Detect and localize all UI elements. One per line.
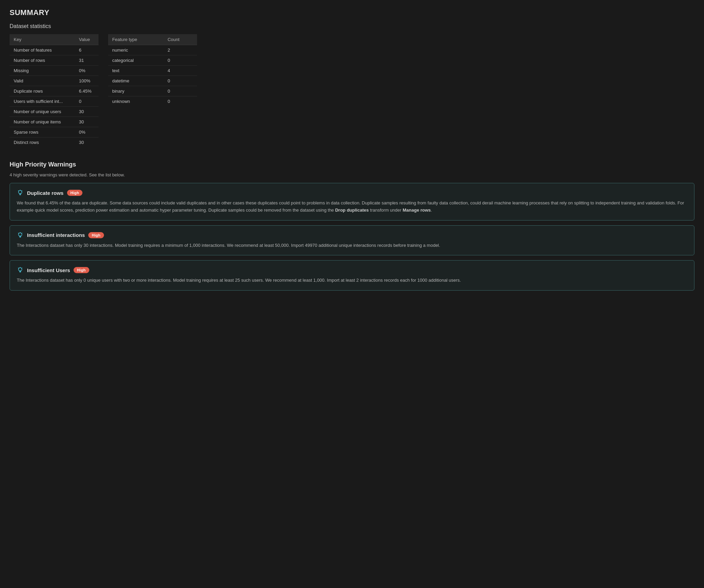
table-row: unknown0 — [108, 96, 197, 107]
feature-type-cell: datetime — [108, 76, 164, 86]
warning-header: Insufficient UsersHigh — [17, 267, 687, 273]
key-cell: Valid — [10, 76, 75, 86]
value-col-header: Value — [75, 34, 99, 45]
svg-line-12 — [18, 233, 19, 233]
table-row: Number of unique users30 — [10, 107, 99, 117]
key-cell: Distinct rows — [10, 137, 75, 148]
feature-type-col-header: Feature type — [108, 34, 164, 45]
warning-lightbulb-icon — [17, 232, 24, 239]
key-cell: Users with sufficient int... — [10, 96, 75, 107]
feature-type-cell: numeric — [108, 45, 164, 55]
value-cell: 100% — [75, 76, 99, 86]
count-cell: 0 — [164, 86, 197, 96]
warning-card: Duplicate rowsHighWe found that 6.45% of… — [10, 183, 694, 220]
key-cell: Duplicate rows — [10, 86, 75, 96]
svg-line-5 — [18, 191, 19, 191]
warning-lightbulb-icon — [17, 189, 24, 196]
key-cell: Number of unique items — [10, 117, 75, 127]
warning-body: The Interactions dataset has only 30 int… — [17, 242, 687, 249]
value-cell: 30 — [75, 117, 99, 127]
warning-title: Insufficient Users — [27, 267, 70, 273]
table-row: Distinct rows30 — [10, 137, 99, 148]
high-badge: High — [88, 232, 104, 238]
table-row: categorical0 — [108, 55, 197, 66]
value-cell: 30 — [75, 107, 99, 117]
warning-title: Duplicate rows — [27, 190, 64, 196]
warnings-heading: High Priority Warnings — [10, 161, 694, 168]
value-cell: 31 — [75, 55, 99, 66]
page-title: SUMMARY — [10, 8, 694, 17]
table-row: Number of features6 — [10, 45, 99, 55]
count-cell: 0 — [164, 55, 197, 66]
feature-type-cell: unknown — [108, 96, 164, 107]
table-row: Sparse rows0% — [10, 127, 99, 137]
key-value-table: Key Value Number of features6Number of r… — [10, 34, 99, 147]
count-cell: 2 — [164, 45, 197, 55]
count-cell: 0 — [164, 76, 197, 86]
warning-lightbulb-icon — [17, 267, 24, 273]
feature-type-table: Feature type Count numeric2categorical0t… — [108, 34, 197, 106]
warning-card: Insufficient interactionsHighThe Interac… — [10, 225, 694, 256]
warning-link-drop-duplicates[interactable]: Drop duplicates — [335, 208, 369, 213]
high-badge: High — [67, 190, 83, 196]
svg-line-11 — [22, 233, 22, 233]
warning-header: Duplicate rowsHigh — [17, 189, 687, 196]
statistics-tables: Key Value Number of features6Number of r… — [10, 34, 694, 147]
feature-type-cell: categorical — [108, 55, 164, 66]
feature-type-cell: text — [108, 66, 164, 76]
warning-header: Insufficient interactionsHigh — [17, 232, 687, 239]
table-row: Number of rows31 — [10, 55, 99, 66]
warning-title: Insufficient interactions — [27, 232, 85, 238]
value-cell: 6.45% — [75, 86, 99, 96]
table-row: Missing0% — [10, 66, 99, 76]
count-cell: 4 — [164, 66, 197, 76]
key-cell: Number of unique users — [10, 107, 75, 117]
warning-card: Insufficient UsersHighThe Interactions d… — [10, 260, 694, 291]
table-row: Duplicate rows6.45% — [10, 86, 99, 96]
warning-link-manage-rows[interactable]: Manage rows — [403, 208, 431, 213]
high-badge: High — [74, 267, 89, 273]
svg-line-18 — [22, 268, 22, 268]
key-col-header: Key — [10, 34, 75, 45]
table-row: Valid100% — [10, 76, 99, 86]
count-col-header: Count — [164, 34, 197, 45]
warning-cards-container: Duplicate rowsHighWe found that 6.45% of… — [10, 183, 694, 291]
table-row: numeric2 — [108, 45, 197, 55]
warning-body: The Interactions dataset has only 0 uniq… — [17, 277, 687, 284]
table-row: Number of unique items30 — [10, 117, 99, 127]
table-row: datetime0 — [108, 76, 197, 86]
count-cell: 0 — [164, 96, 197, 107]
feature-type-cell: binary — [108, 86, 164, 96]
warning-body: We found that 6.45% of the data are dupl… — [17, 200, 687, 214]
dataset-statistics-section: Dataset statistics Key Value Number of f… — [10, 23, 694, 147]
value-cell: 0% — [75, 127, 99, 137]
warnings-intro: 4 high severity warnings were detected. … — [10, 172, 694, 177]
table-row: Users with sufficient int...0 — [10, 96, 99, 107]
key-cell: Sparse rows — [10, 127, 75, 137]
warnings-section: High Priority Warnings 4 high severity w… — [10, 161, 694, 291]
value-cell: 0 — [75, 96, 99, 107]
svg-line-19 — [18, 268, 19, 268]
table-row: binary0 — [108, 86, 197, 96]
key-cell: Number of features — [10, 45, 75, 55]
key-cell: Number of rows — [10, 55, 75, 66]
value-cell: 30 — [75, 137, 99, 148]
dataset-statistics-heading: Dataset statistics — [10, 23, 694, 29]
value-cell: 6 — [75, 45, 99, 55]
svg-line-4 — [22, 191, 22, 191]
value-cell: 0% — [75, 66, 99, 76]
key-cell: Missing — [10, 66, 75, 76]
table-row: text4 — [108, 66, 197, 76]
